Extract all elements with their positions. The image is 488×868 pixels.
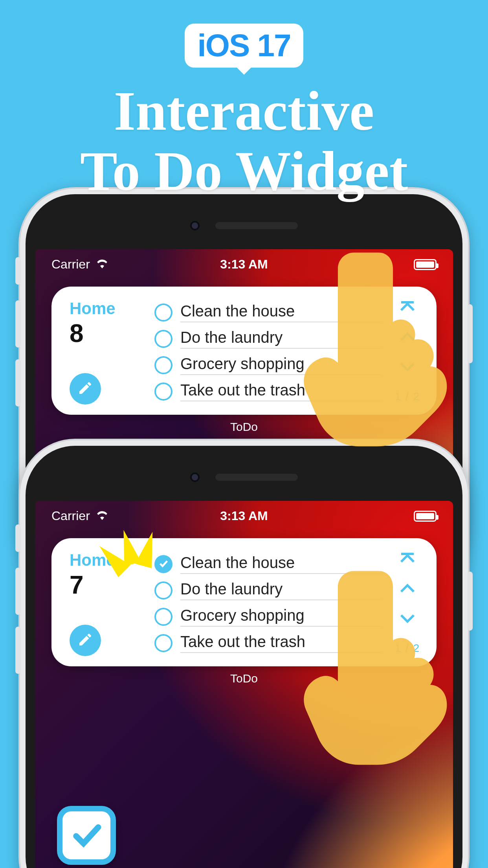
task-label[interactable]: Take out the trash [180, 381, 382, 401]
phone-mockup-after: Carrier 3:13 AM Home 7 [20, 440, 468, 868]
task-label[interactable]: Do the laundry [180, 329, 382, 349]
task-row: Grocery shopping [154, 352, 382, 378]
phone-notch [26, 194, 462, 257]
task-label[interactable]: Take out the trash [180, 633, 382, 653]
status-time: 3:13 AM [180, 509, 308, 523]
task-label[interactable]: Clean the house [180, 554, 382, 574]
front-camera-icon [190, 473, 200, 482]
pencil-icon [77, 632, 93, 649]
pencil-icon [77, 380, 93, 397]
remaining-count: 8 [70, 319, 144, 348]
remaining-count: 7 [70, 570, 144, 600]
wifi-icon [95, 257, 109, 272]
todo-widget[interactable]: Home 8 Clean the house Do [51, 287, 437, 415]
task-row: Do the laundry [154, 577, 382, 603]
task-checkbox-checked[interactable] [154, 555, 172, 573]
widget-app-label: ToDo [35, 672, 453, 685]
page-indicator: 1 / 2 [395, 642, 420, 655]
page-down-button[interactable] [398, 612, 417, 626]
task-row: Grocery shopping [154, 603, 382, 630]
task-label[interactable]: Clean the house [180, 302, 382, 322]
task-checkbox[interactable] [154, 356, 172, 374]
phone-notch [26, 446, 462, 509]
task-checkbox[interactable] [154, 330, 172, 348]
carrier-label: Carrier [51, 257, 90, 272]
checkmark-icon [69, 817, 104, 854]
headline-line-1: Interactive [80, 81, 408, 141]
page-up-button[interactable] [398, 582, 417, 596]
task-row: Take out the trash [154, 378, 382, 405]
page-first-button[interactable] [398, 301, 417, 315]
task-row: Take out the trash [154, 630, 382, 656]
ios-version-badge: iOS 17 [185, 24, 303, 68]
app-icon[interactable]: ToDo [57, 806, 116, 868]
task-checkbox[interactable] [154, 608, 172, 626]
task-list: Clean the house Do the laundry Grocery s… [154, 299, 382, 405]
battery-icon [414, 259, 437, 270]
front-camera-icon [190, 221, 200, 230]
hero: iOS 17 Interactive To Do Widget [0, 24, 488, 202]
page-first-button[interactable] [398, 552, 417, 566]
task-checkbox[interactable] [154, 303, 172, 322]
battery-icon [414, 511, 437, 522]
headline-line-2: To Do Widget [80, 141, 408, 201]
status-time: 3:13 AM [180, 257, 308, 272]
task-label[interactable]: Grocery shopping [180, 355, 382, 375]
checkmark-icon [158, 558, 169, 570]
page-up-button[interactable] [398, 331, 417, 345]
edit-button[interactable] [70, 625, 101, 656]
task-checkbox[interactable] [154, 383, 172, 401]
page-indicator: 1 / 2 [395, 390, 420, 403]
status-bar: Carrier 3:13 AM [35, 249, 453, 275]
speaker-icon [215, 474, 298, 481]
task-list: Clean the house Do the laundry Grocery s… [154, 551, 382, 656]
list-name[interactable]: Home [70, 299, 144, 318]
task-label[interactable]: Do the laundry [180, 580, 382, 600]
carrier-label: Carrier [51, 509, 90, 523]
speaker-icon [215, 222, 298, 229]
task-row: Do the laundry [154, 326, 382, 352]
task-label[interactable]: Grocery shopping [180, 607, 382, 627]
task-checkbox[interactable] [154, 634, 172, 652]
status-bar: Carrier 3:13 AM [35, 501, 453, 526]
task-checkbox[interactable] [154, 581, 172, 600]
widget-app-label: ToDo [35, 420, 453, 434]
headline: Interactive To Do Widget [80, 81, 408, 202]
page-down-button[interactable] [398, 360, 417, 375]
task-row: Clean the house [154, 299, 382, 326]
edit-button[interactable] [70, 373, 101, 405]
wifi-icon [95, 509, 109, 523]
task-row: Clean the house [154, 551, 382, 577]
